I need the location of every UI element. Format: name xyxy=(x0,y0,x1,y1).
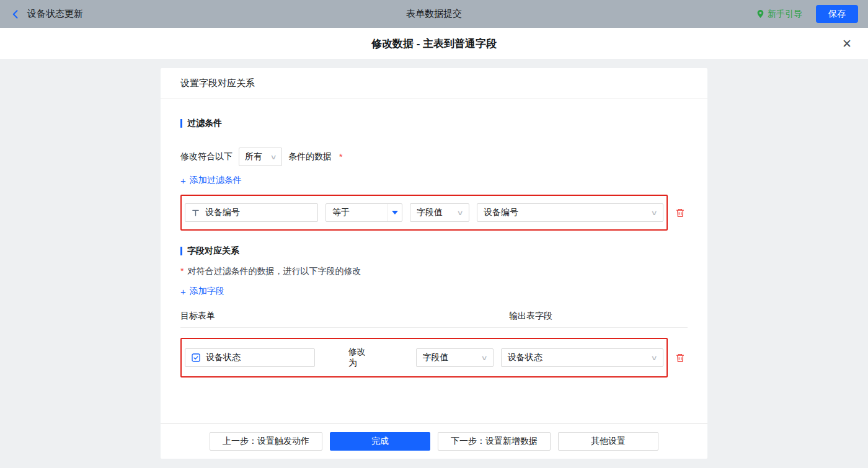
dialog-header: 修改数据 - 主表到普通字段 ✕ xyxy=(0,28,868,59)
mapping-column-headers: 目标表单 输出表字段 xyxy=(180,311,688,328)
trash-icon xyxy=(675,353,685,363)
chevron-left-icon xyxy=(10,9,21,20)
operator-caret-zone[interactable] xyxy=(387,204,402,221)
topbar: 设备状态更新 表单数据提交 新手引导 保存 xyxy=(0,0,868,28)
match-mode-value: 所有 xyxy=(245,151,262,162)
dialog-title: 修改数据 - 主表到普通字段 xyxy=(371,37,497,51)
add-filter-condition-link[interactable]: + 添加过滤条件 xyxy=(180,175,242,186)
filter-section-label: 过滤条件 xyxy=(187,118,222,129)
section-accent-bar xyxy=(180,247,182,255)
text-field-icon xyxy=(192,209,200,217)
delete-filter-row-button[interactable] xyxy=(673,208,688,218)
add-filter-label: 添加过滤条件 xyxy=(190,175,242,186)
mapping-row-highlight: 设备状态 修改为 字段值 ∨ 设备状态 ∨ xyxy=(180,338,668,377)
topbar-center-title: 表单数据提交 xyxy=(406,8,462,20)
mapping-description: * 对符合过滤条件的数据，进行以下字段的修改 xyxy=(180,266,688,277)
topbar-right: 新手引导 保存 xyxy=(756,5,858,23)
filter-match-line: 修改符合以下 所有 ∨ 条件的数据 * xyxy=(180,148,688,166)
flow-title: 设备状态更新 xyxy=(27,8,83,20)
done-button[interactable]: 完成 xyxy=(330,432,430,451)
chevron-down-icon: ∨ xyxy=(650,355,657,361)
back-button[interactable] xyxy=(10,9,21,20)
required-mark: * xyxy=(180,266,184,276)
mapping-value-type-select[interactable]: 字段值 ∨ xyxy=(416,348,494,367)
column-output-field: 输出表字段 xyxy=(509,311,552,322)
filter-operator-value: 等于 xyxy=(326,207,387,218)
settings-card: 设置字段对应关系 过滤条件 修改符合以下 所有 ∨ 条件的数据 * + 添加过滤… xyxy=(161,68,707,459)
topbar-left: 设备状态更新 xyxy=(10,8,83,20)
beginner-guide-link[interactable]: 新手引导 xyxy=(756,9,802,20)
next-step-button[interactable]: 下一步：设置新增数据 xyxy=(438,432,551,451)
filter-condition-row: 设备编号 等于 字段值 ∨ 设备编号 ∨ xyxy=(180,195,688,231)
mapping-value-field: 设备状态 xyxy=(508,352,542,363)
close-icon[interactable]: ✕ xyxy=(842,38,852,50)
filter-field-value: 设备编号 xyxy=(205,207,240,218)
card-body: 过滤条件 修改符合以下 所有 ∨ 条件的数据 * + 添加过滤条件 xyxy=(161,99,707,423)
dialog-content: 设置字段对应关系 过滤条件 修改符合以下 所有 ∨ 条件的数据 * + 添加过滤… xyxy=(0,59,868,468)
match-mode-select[interactable]: 所有 ∨ xyxy=(239,148,282,166)
location-pin-icon xyxy=(756,9,764,19)
filter-value-field: 设备编号 xyxy=(484,207,518,218)
mapping-value-type: 字段值 xyxy=(423,352,449,363)
chevron-down-icon: ∨ xyxy=(480,355,487,361)
modify-to-label: 修改为 xyxy=(348,347,374,369)
chevron-down-icon: ∨ xyxy=(650,210,657,216)
required-mark: * xyxy=(339,152,342,162)
section-accent-bar xyxy=(180,119,182,128)
card-header-title: 设置字段对应关系 xyxy=(161,68,707,99)
chevron-down-icon: ∨ xyxy=(270,154,277,161)
mapping-row: 设备状态 修改为 字段值 ∨ 设备状态 ∨ xyxy=(180,338,688,377)
add-field-label: 添加字段 xyxy=(190,286,224,297)
filter-condition-highlight: 设备编号 等于 字段值 ∨ 设备编号 ∨ xyxy=(180,195,668,231)
match-prefix-label: 修改符合以下 xyxy=(180,151,232,162)
mapping-description-text: 对符合过滤条件的数据，进行以下字段的修改 xyxy=(187,266,361,277)
plus-icon: + xyxy=(180,176,186,185)
filter-operator-select[interactable]: 等于 xyxy=(326,203,402,222)
caret-down-icon xyxy=(392,211,398,214)
prev-step-button[interactable]: 上一步：设置触发动作 xyxy=(210,432,322,451)
filter-value-type: 字段值 xyxy=(417,207,443,218)
other-settings-button[interactable]: 其他设置 xyxy=(558,432,658,451)
mapping-section-title: 字段对应关系 xyxy=(180,245,688,257)
column-target-form: 目标表单 xyxy=(180,311,509,322)
checkbox-field-icon xyxy=(192,353,200,362)
target-field-input[interactable]: 设备状态 xyxy=(185,348,315,367)
chevron-down-icon: ∨ xyxy=(456,210,463,216)
add-field-link[interactable]: + 添加字段 xyxy=(180,286,224,297)
guide-label: 新手引导 xyxy=(768,9,802,20)
mapping-value-field-select[interactable]: 设备状态 ∨ xyxy=(501,348,663,367)
target-field-value: 设备状态 xyxy=(206,352,241,363)
filter-value-field-select[interactable]: 设备编号 ∨ xyxy=(477,203,663,222)
plus-icon: + xyxy=(180,287,186,296)
mapping-section-label: 字段对应关系 xyxy=(187,245,239,257)
filter-section-title: 过滤条件 xyxy=(180,118,688,129)
save-button[interactable]: 保存 xyxy=(816,5,858,23)
filter-value-type-select[interactable]: 字段值 ∨ xyxy=(410,203,469,222)
match-suffix-label: 条件的数据 xyxy=(288,151,332,162)
card-footer: 上一步：设置触发动作 完成 下一步：设置新增数据 其他设置 xyxy=(161,423,707,459)
delete-mapping-row-button[interactable] xyxy=(673,353,688,363)
filter-field-input[interactable]: 设备编号 xyxy=(185,203,318,222)
trash-icon xyxy=(675,208,685,218)
